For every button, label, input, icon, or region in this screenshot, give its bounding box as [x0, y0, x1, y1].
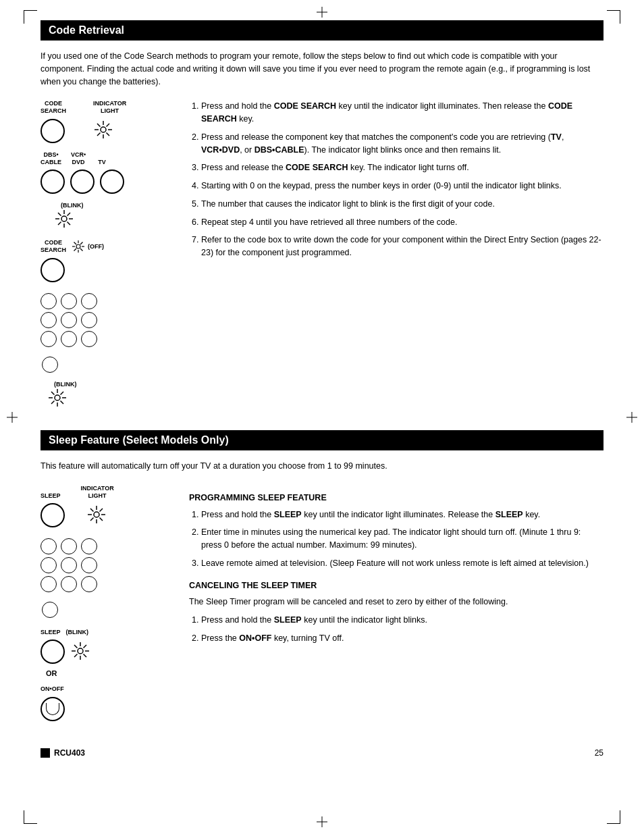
svg-line-32	[51, 392, 55, 395]
on-off-label: ON•OFF	[41, 685, 64, 692]
num-circle	[61, 576, 77, 592]
sleep-btn2[interactable]	[41, 640, 65, 664]
svg-line-24	[80, 249, 83, 251]
step1-4: Starting with 0 on the keypad, press the…	[201, 180, 603, 192]
page-footer: RCU403 25	[41, 741, 603, 758]
section2-header: Sleep Feature (Select Models Only)	[41, 430, 603, 450]
svg-line-17	[58, 222, 61, 226]
num-circle	[61, 312, 77, 328]
svg-line-44	[90, 517, 94, 521]
svg-line-53	[74, 654, 78, 657]
num-circle	[81, 293, 97, 309]
code-search-btn[interactable]	[41, 119, 65, 143]
svg-line-50	[74, 645, 78, 648]
step2c-2: Press the ON•OFF key, turning TV off.	[201, 632, 603, 645]
svg-line-15	[68, 222, 71, 226]
code-search-label: CODESEARCH	[41, 100, 66, 115]
num-circle	[81, 557, 97, 573]
num-circle	[41, 331, 57, 347]
section2-steps: PROGRAMMING SLEEP FEATURE Press and hold…	[189, 485, 603, 722]
section1-steps: Press and hold the CODE SEARCH key until…	[189, 100, 603, 410]
svg-line-35	[51, 401, 55, 405]
svg-line-33	[61, 401, 64, 405]
corner-mark-bl	[24, 810, 37, 824]
svg-point-27	[55, 395, 60, 400]
section2-content: SLEEP INDICATORLIGHT	[41, 485, 603, 722]
sleep-blink-star	[70, 641, 90, 663]
section2-intro: This feature will automatically turn off…	[41, 460, 603, 473]
section-code-retrieval: Code Retrieval If you used one of the Co…	[41, 20, 603, 410]
num-circle	[41, 293, 57, 309]
sleep-indicator-star	[86, 504, 107, 527]
num-circle-zero	[42, 357, 58, 373]
canceling-intro: The Sleep Timer program will be canceled…	[189, 596, 603, 608]
corner-mark-br	[607, 810, 620, 824]
num-circle	[41, 312, 57, 328]
svg-line-16	[68, 213, 71, 216]
num-circle	[61, 293, 77, 309]
svg-point-45	[78, 648, 83, 654]
center-mark-top	[317, 7, 327, 18]
num-circle-zero2	[42, 602, 58, 618]
vcr-dvd-label: VCR•DVD	[71, 151, 86, 166]
center-mark-bottom	[317, 816, 327, 827]
step1-1: Press and hold the CODE SEARCH key until…	[201, 100, 603, 126]
svg-line-52	[84, 645, 87, 648]
section-sleep-feature: Sleep Feature (Select Models Only) This …	[41, 430, 603, 721]
num-circle	[41, 538, 57, 554]
num-circle	[61, 557, 77, 573]
sleep-btn1[interactable]	[41, 503, 65, 527]
svg-line-6	[107, 133, 110, 136]
page-number: 25	[595, 748, 603, 758]
step1-3: Press and release the CODE SEARCH key. T…	[201, 161, 603, 174]
corner-mark-tl	[24, 10, 37, 24]
off-label: (OFF)	[88, 243, 104, 250]
code-search-label-group: CODESEARCH	[41, 100, 66, 115]
code-search2-btn-row	[41, 258, 65, 282]
blink-label3: (BLINK)	[66, 629, 89, 635]
section1-content: CODESEARCH INDICATORLIGHT	[41, 100, 603, 410]
tv-btn[interactable]	[100, 170, 124, 194]
svg-point-36	[94, 512, 99, 517]
blink-star1	[54, 209, 74, 231]
section1-diagram: CODESEARCH INDICATORLIGHT	[41, 100, 176, 410]
code-search2-row: (OFF)	[72, 240, 104, 253]
step2-1: Press and hold the SLEEP key until the i…	[201, 509, 603, 521]
code-search2-label-group: CODESEARCH	[41, 239, 66, 254]
on-off-btn[interactable]	[41, 697, 65, 721]
svg-line-41	[90, 509, 94, 512]
section1-header: Code Retrieval	[41, 20, 603, 41]
svg-line-14	[58, 213, 61, 216]
svg-line-34	[61, 392, 64, 395]
blink-label2: (BLINK)	[54, 381, 77, 388]
sleep-label2: SLEEP	[41, 629, 61, 635]
num-circle	[81, 331, 97, 347]
num-circle	[81, 538, 97, 554]
indicator-light-label-group: INDICATORLIGHT	[93, 100, 126, 115]
dbs-cable-btn[interactable]	[41, 170, 65, 194]
svg-line-8	[97, 133, 101, 136]
svg-point-0	[101, 127, 106, 132]
or-label: OR	[46, 669, 57, 677]
center-mark-left	[7, 412, 18, 423]
num-circle	[81, 576, 97, 592]
corner-mark-tr	[607, 10, 620, 24]
svg-line-26	[74, 249, 77, 251]
vcr-dvd-btn[interactable]	[70, 170, 95, 194]
dbs-cable-label: DBS•CABLE	[41, 151, 61, 166]
svg-point-9	[61, 216, 67, 221]
step1-7: Refer to the code box to write down the …	[201, 234, 603, 259]
code-search2-btn[interactable]	[41, 258, 65, 282]
svg-point-18	[76, 244, 80, 249]
section1-intro: If you used one of the Code Search metho…	[41, 50, 603, 88]
step2c-1: Press and hold the SLEEP key until the i…	[201, 614, 603, 627]
num-circle	[41, 576, 57, 592]
svg-line-23	[74, 242, 77, 245]
svg-line-7	[107, 124, 110, 127]
blink-label1: (BLINK)	[61, 202, 84, 209]
footer-logo-text: RCU403	[54, 748, 85, 758]
num-grid1	[41, 293, 99, 347]
step1-2: Press and release the component key that…	[201, 131, 603, 157]
step1-6: Repeat step 4 until you have retrieved a…	[201, 216, 603, 229]
num-circle	[41, 557, 57, 573]
